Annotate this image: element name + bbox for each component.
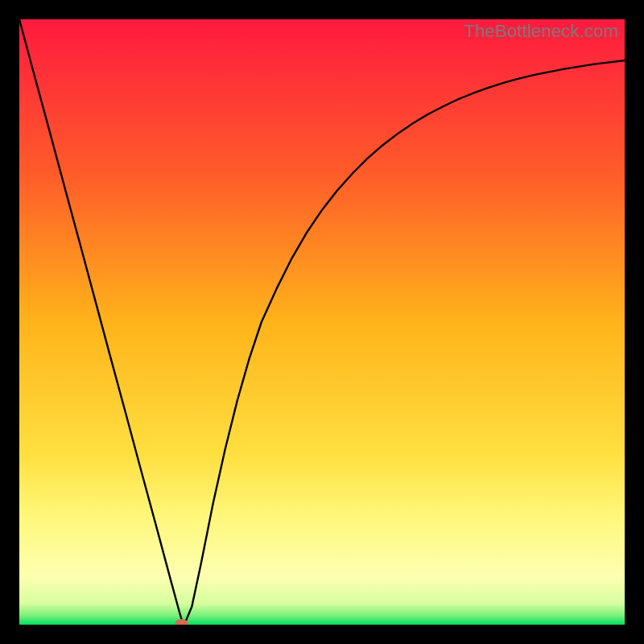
bottleneck-chart [19,19,625,625]
watermark-text: TheBottleneck.com [464,21,618,42]
gradient-background [19,19,625,625]
chart-frame: TheBottleneck.com [19,19,625,625]
